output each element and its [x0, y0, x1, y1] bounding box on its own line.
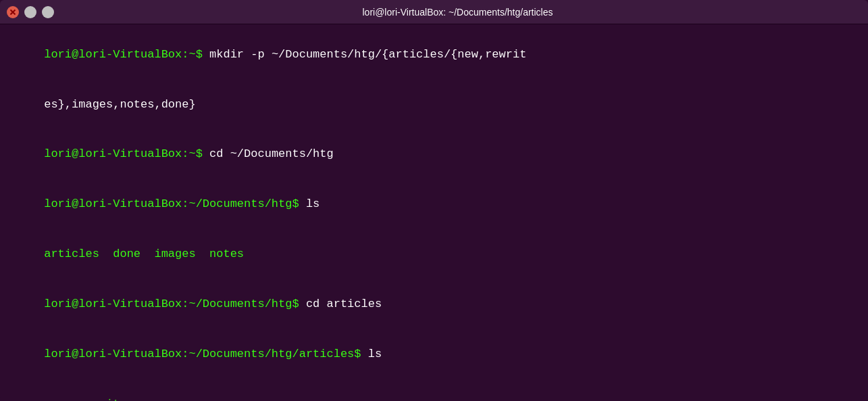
- prompt-3: lori@lori-VirtualBox:~$: [44, 147, 209, 160]
- ls-result-1: articles done images notes: [44, 247, 244, 260]
- ls-output-2: new rewrites: [3, 379, 865, 401]
- terminal-line-7: lori@lori-VirtualBox:~/Documents/htg/art…: [3, 330, 865, 380]
- maximize-button[interactable]: [42, 6, 54, 18]
- minimize-button[interactable]: [24, 6, 36, 18]
- terminal-line-1: lori@lori-VirtualBox:~$ mkdir -p ~/Docum…: [3, 30, 865, 80]
- command-6: cd articles: [306, 298, 382, 310]
- prompt-7: lori@lori-VirtualBox:~/Documents/htg/art…: [44, 348, 367, 360]
- command-7: ls: [368, 348, 382, 360]
- close-button[interactable]: [7, 6, 19, 18]
- prompt-6: lori@lori-VirtualBox:~/Documents/htg$: [44, 298, 306, 310]
- terminal-line-4: lori@lori-VirtualBox:~/Documents/htg$ ls: [3, 180, 865, 230]
- terminal-line-6: lori@lori-VirtualBox:~/Documents/htg$ cd…: [3, 280, 865, 330]
- command-1: mkdir -p ~/Documents/htg/{articles/{new,…: [209, 48, 526, 61]
- ls-output-1: articles done images notes: [3, 230, 865, 280]
- ls-result-2: new rewrites: [44, 398, 134, 401]
- prompt-1: lori@lori-VirtualBox:~$: [44, 48, 209, 61]
- command-continuation: es},images,notes,done}: [44, 98, 195, 111]
- terminal-line-3: lori@lori-VirtualBox:~$ cd ~/Documents/h…: [3, 130, 865, 180]
- title-bar: lori@lori-VirtualBox: ~/Documents/htg/ar…: [0, 0, 868, 24]
- command-3: cd ~/Documents/htg: [209, 147, 334, 160]
- terminal-body[interactable]: lori@lori-VirtualBox:~$ mkdir -p ~/Docum…: [0, 24, 868, 401]
- window-title: lori@lori-VirtualBox: ~/Documents/htg/ar…: [54, 7, 861, 18]
- command-4: ls: [306, 197, 320, 210]
- terminal-line-2: es},images,notes,done}: [3, 80, 865, 130]
- terminal-window: lori@lori-VirtualBox: ~/Documents/htg/ar…: [0, 0, 868, 401]
- prompt-4: lori@lori-VirtualBox:~/Documents/htg$: [44, 197, 306, 210]
- window-controls: [7, 6, 54, 18]
